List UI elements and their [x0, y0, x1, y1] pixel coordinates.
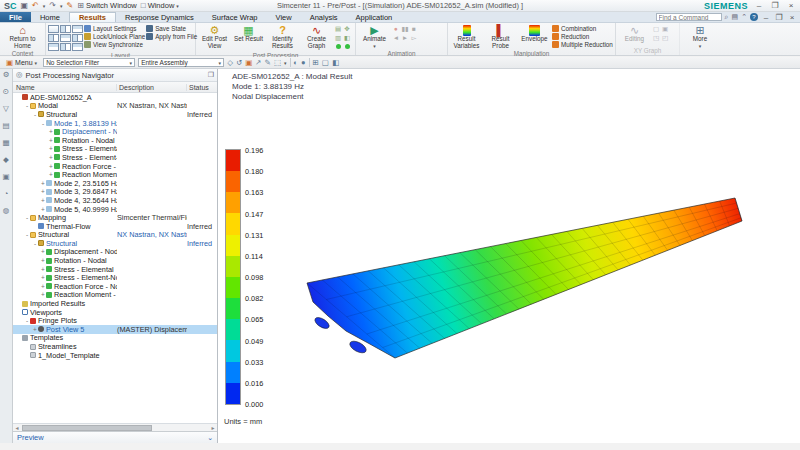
- play-icon[interactable]: ►: [401, 34, 409, 42]
- scroll-left-icon[interactable]: ◂: [13, 424, 21, 431]
- reset-orientation-icon[interactable]: ↺: [236, 58, 242, 67]
- fit-view-icon[interactable]: ⊙: [3, 88, 9, 96]
- graphics-viewport[interactable]: ADE-SM012652_A : Modal Result Mode 1: 3.…: [218, 69, 800, 443]
- tree-row-reaction-force-no-[interactable]: +Reaction Force - No...: [13, 282, 217, 291]
- layout-settings-button[interactable]: Layout Settings: [84, 25, 145, 32]
- roles-icon[interactable]: ⚙: [3, 71, 10, 79]
- doc-restore-button[interactable]: ❐: [774, 13, 784, 22]
- identify-results-button[interactable]: ?Identify Results: [266, 24, 299, 49]
- tab-home[interactable]: Home: [31, 12, 69, 22]
- save-state-button[interactable]: Save State: [146, 25, 197, 32]
- animate-button[interactable]: ▶Animate▾: [358, 24, 391, 49]
- post-tool-icon-2[interactable]: ✥: [343, 25, 351, 33]
- tab-response-dynamics[interactable]: Response Dynamics: [116, 12, 203, 22]
- tree-row-mode-2-23-5165-hz[interactable]: +Mode 2, 23.5165 Hz: [13, 179, 217, 188]
- ribbon-options-icon[interactable]: ▤: [732, 13, 739, 21]
- column-name[interactable]: Name: [13, 84, 117, 91]
- column-status[interactable]: Status: [187, 84, 217, 91]
- minimize-button[interactable]: –: [754, 1, 764, 10]
- envelope-button[interactable]: Envelope: [518, 24, 551, 43]
- tree-row-mapping[interactable]: -MappingSimcenter Thermal/Flow, Simcent.…: [13, 213, 217, 222]
- tree-row-structural[interactable]: -StructuralNX Nastran, NX Nastran - Stru…: [13, 231, 217, 240]
- save-icon[interactable]: ▣: [21, 1, 29, 10]
- result-variables-button[interactable]: Result Variables: [450, 24, 483, 49]
- simulation-navigator-icon[interactable]: ▤: [2, 122, 9, 130]
- tree-row-rotation-nodal[interactable]: +Rotation - Nodal: [13, 136, 217, 145]
- tab-surface-wrap[interactable]: Surface Wrap: [203, 12, 267, 22]
- redo-icon[interactable]: ↷: [49, 1, 56, 10]
- tree-row-mode-1-3-88139-hz[interactable]: -Mode 1, 3.88139 Hz: [13, 119, 217, 128]
- preview-collapse-icon[interactable]: ⌄: [207, 434, 213, 442]
- undo-icon[interactable]: ↶: [32, 1, 39, 10]
- post-tool-icon-3[interactable]: ▥: [334, 34, 342, 42]
- full-screen-icon[interactable]: ◧: [332, 58, 339, 67]
- tree-row-templates[interactable]: Templates: [13, 334, 217, 343]
- xy-tool-icon-4[interactable]: ◰: [661, 34, 669, 42]
- close-button[interactable]: ×: [786, 1, 796, 10]
- lock-unlock-plane-button[interactable]: Lock/Unlock Plane: [84, 33, 145, 40]
- tree-row-post-view-5[interactable]: +Post View 5(MASTER) Displacement - Noda…: [13, 325, 217, 334]
- column-description[interactable]: Description: [117, 84, 187, 91]
- highlight-icon[interactable]: ▣: [245, 58, 252, 67]
- record-icon[interactable]: ●: [392, 25, 400, 33]
- preview-section[interactable]: Preview ⌄: [13, 431, 217, 443]
- tab-analysis[interactable]: Analysis: [301, 12, 347, 22]
- help-icon[interactable]: ?: [750, 13, 758, 21]
- switch-window-button[interactable]: ⊞Switch Window: [77, 1, 137, 10]
- command-search-input[interactable]: [656, 13, 722, 21]
- layout-six-b-icon[interactable]: [60, 43, 71, 51]
- post-tool-icon-4[interactable]: ◧: [343, 34, 351, 42]
- tab-results[interactable]: Results: [69, 12, 116, 22]
- tab-view[interactable]: View: [267, 12, 301, 22]
- reduction-button[interactable]: Reduction: [552, 33, 613, 40]
- layout-four-icon[interactable]: [72, 34, 83, 42]
- doc-close-button[interactable]: ×: [787, 13, 797, 22]
- xy-tool-icon-1[interactable]: ▢: [652, 25, 660, 33]
- tree-row-reaction-moment-[interactable]: +Reaction Moment - ...: [13, 291, 217, 300]
- repeat-command-icon[interactable]: ✎: [67, 1, 74, 10]
- tree-row-mode-4-32-5644-hz[interactable]: +Mode 4, 32.5644 Hz: [13, 196, 217, 205]
- tree-row-stress-elemental[interactable]: +Stress - Elemental: [13, 145, 217, 154]
- xy-editing-button[interactable]: ∿Editing: [618, 24, 651, 43]
- layout-three-icon[interactable]: [48, 34, 59, 42]
- vector-icon[interactable]: ↗: [255, 58, 261, 67]
- layout-two-v-icon[interactable]: [60, 25, 71, 33]
- solver-icon[interactable]: ◆: [3, 156, 9, 164]
- doc-minimize-button[interactable]: –: [761, 13, 771, 22]
- tree-row-reaction-force-[interactable]: +Reaction Force - ...: [13, 162, 217, 171]
- search-icon[interactable]: ⌕: [725, 13, 729, 21]
- more-button[interactable]: ⊞More▾: [684, 24, 717, 49]
- tab-application[interactable]: Application: [347, 12, 402, 22]
- tree-row-reaction-momen-[interactable]: +Reaction Momen...: [13, 170, 217, 179]
- tree-row-streamlines[interactable]: Streamlines: [13, 342, 217, 351]
- selection-filter-dropdown[interactable]: No Selection Filter▾: [43, 58, 135, 67]
- internet-icon[interactable]: ◍: [3, 207, 10, 215]
- shaded-view-icon[interactable]: ◐: [294, 58, 299, 67]
- tree-row-stress-element-[interactable]: +Stress - Element-...: [13, 153, 217, 162]
- tree-row-displacement-n-[interactable]: +Displacement - N...: [13, 127, 217, 136]
- tab-file[interactable]: File: [0, 12, 31, 22]
- stop-icon[interactable]: ■: [410, 25, 418, 33]
- post-navigator-icon[interactable]: ▦: [2, 139, 9, 147]
- lasso-icon[interactable]: ✎: [265, 58, 271, 67]
- layout-two-h-icon[interactable]: [72, 25, 83, 33]
- window-menu-button[interactable]: □Window▾: [141, 1, 179, 10]
- render-style-icon[interactable]: ●: [301, 58, 306, 67]
- tree-row-structural[interactable]: -StructuralInferred: [13, 110, 217, 119]
- collapse-ribbon-icon[interactable]: ⌃: [741, 13, 747, 21]
- tree-row-thermal-flow[interactable]: Thermal-FlowInferred: [13, 222, 217, 231]
- tree-row-viewports[interactable]: Viewports: [13, 308, 217, 317]
- tree-row-fringe-plots[interactable]: -Fringe Plots: [13, 316, 217, 325]
- menu-button[interactable]: ▣Menu▾: [3, 57, 40, 68]
- result-probe-button[interactable]: ▌Result Probe: [484, 24, 517, 49]
- return-to-home-button[interactable]: ⌂ Return to Home: [6, 24, 39, 49]
- scrollbar-thumb[interactable]: [22, 425, 152, 431]
- step-forward-icon[interactable]: ▻: [410, 34, 418, 42]
- step-back-icon[interactable]: ◄: [392, 34, 400, 42]
- reuse-library-icon[interactable]: ▣: [2, 173, 9, 181]
- window-cascade-icon[interactable]: ▢: [322, 58, 329, 67]
- undock-panel-icon[interactable]: ❐: [208, 71, 214, 79]
- tree-row-displacement-nodal[interactable]: +Displacement - Nodal: [13, 248, 217, 257]
- layout-three-b-icon[interactable]: [60, 34, 71, 42]
- tree-row-stress-elemental[interactable]: +Stress - Elemental: [13, 265, 217, 274]
